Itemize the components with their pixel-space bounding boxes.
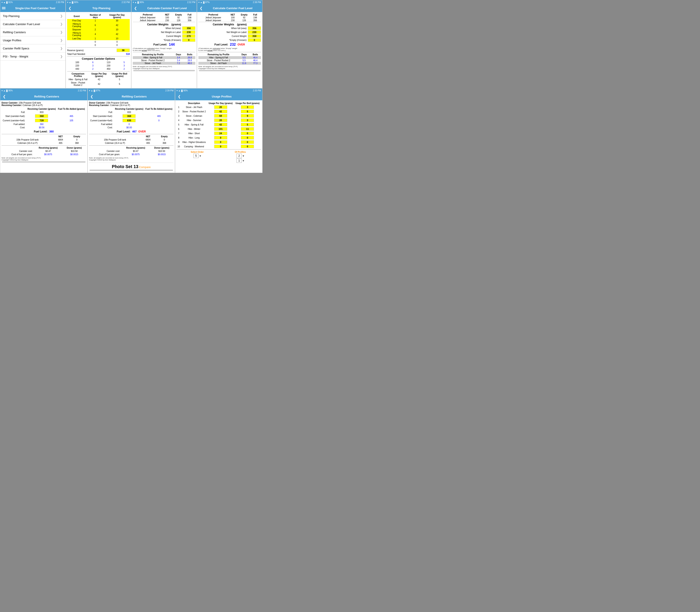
pref-col-net-4: NET (228, 13, 238, 16)
rem-row-4: Stove - Jet Flash 11.6 77.3 (198, 62, 261, 65)
scroll-bar-4[interactable] (199, 70, 260, 71)
up-boil-5[interactable] (241, 123, 254, 126)
event-name-5[interactable]: Last Day (67, 37, 86, 40)
event-name-1[interactable]: First Day (67, 19, 86, 22)
sidebar-item-usage[interactable]: Usage Profiles ❯ (0, 36, 65, 44)
back-btn-3[interactable]: ❮ (133, 6, 138, 10)
event-days-4[interactable]: 4 (86, 31, 104, 37)
event-usage-6[interactable]: 0 (104, 40, 130, 43)
up-boil-6[interactable] (241, 127, 254, 131)
spinner-1-down[interactable]: ▾ (200, 154, 201, 157)
sidebar-item-refill-specs[interactable]: Canister Refill Specs ❯ (0, 44, 65, 53)
back-btn-4[interactable]: ❮ (199, 6, 203, 10)
event-usage-2[interactable]: 42 (104, 22, 130, 28)
time-1: 2:30 PM (56, 1, 64, 3)
event-name-6[interactable] (67, 40, 86, 43)
up-boil-8[interactable] (241, 136, 254, 139)
panel-refilling-1: ▾ ▲ ▓ 90% 2:32 PM ❮ Refilling Canisters … (0, 88, 88, 173)
sidebar-item-psi[interactable]: PSI - Temp - Weight ❯ (0, 53, 65, 60)
back-btn-6[interactable]: ❮ (90, 94, 94, 99)
scroll-bar-3[interactable] (133, 70, 195, 71)
up-boil-1[interactable] (241, 105, 254, 109)
rf-start-fuel-5: 465 (57, 114, 86, 118)
cost-gram-label-6: Cost of fuel per gram: (89, 153, 121, 156)
spinner-2-down[interactable]: ▾ (243, 154, 244, 157)
reserve-input[interactable] (117, 48, 130, 52)
cw-current-input-4[interactable] (248, 34, 261, 38)
panel1-title: Single-Use Fuel Canister Tool (7, 6, 64, 10)
pref-full-2 (194, 19, 196, 22)
up-day-6[interactable] (214, 127, 227, 131)
rf-start-input-6[interactable] (122, 114, 136, 118)
up-boil-3[interactable] (241, 114, 254, 117)
cw-net-input-4[interactable] (248, 30, 261, 34)
up-boil-9[interactable] (241, 140, 254, 144)
back-btn-2[interactable]: ❮ (68, 6, 72, 10)
cost-gram-donor-5: $0.0015 (63, 153, 86, 156)
up-boil-4[interactable] (241, 119, 254, 122)
battery-icon-7: ▓ (181, 89, 183, 92)
cw-current-input-3[interactable] (182, 34, 196, 38)
up-day-9[interactable] (214, 140, 227, 144)
spinner-3-down[interactable]: ▾ (243, 159, 244, 163)
back-btn-5[interactable]: ❮ (2, 94, 6, 99)
cw-net-input-3[interactable] (182, 30, 196, 34)
up-day-3[interactable] (214, 114, 227, 117)
sidebar-item-trip-planning[interactable]: Trip Planning ❯ (0, 12, 65, 20)
rf-fuel-added-row-5: Fuel added: 360 (1, 123, 86, 126)
up-boil-10[interactable] (241, 145, 254, 148)
cw-empty-input-4[interactable] (248, 38, 261, 42)
rf-current-input-5[interactable] (35, 119, 48, 122)
up-day-2[interactable] (214, 110, 227, 113)
photo-set-label: Photo Set 13 (112, 164, 138, 169)
cost-col-receiving-5: Receiving (grams) (34, 146, 63, 150)
event-usage-5[interactable]: 10 (104, 37, 130, 40)
rf-start-input-5[interactable] (35, 114, 48, 118)
up-boil-2[interactable] (241, 110, 254, 113)
event-days-5[interactable]: 1 (86, 37, 104, 40)
back-btn-7[interactable]: ❮ (177, 94, 181, 99)
cw-empty-input-3[interactable] (182, 38, 196, 42)
sidebar-item-calc-canister[interactable]: Calculate Canister Fuel Level ❯ (0, 20, 65, 28)
event-name-7[interactable] (67, 43, 86, 47)
event-usage-7[interactable]: 0 (104, 43, 130, 47)
up-day-7[interactable] (214, 131, 227, 135)
panel3-title: Calculate Canister Fuel Level (139, 6, 195, 10)
event-name-4[interactable]: Hiking & Camping (67, 31, 86, 37)
pref-empty-4-1: 198 (251, 16, 259, 19)
event-name-3[interactable]: Stopover (67, 28, 86, 31)
pref-col-full-4: Full (251, 13, 259, 16)
rf-current-input-6[interactable] (122, 119, 136, 122)
up-day-4[interactable] (214, 119, 227, 122)
up-day-5[interactable] (214, 123, 227, 126)
event-days-1[interactable]: 1 (86, 19, 104, 22)
up-num-5: 5 (176, 122, 181, 127)
event-usage-3[interactable]: 10 (104, 28, 130, 31)
menu-icon[interactable] (2, 7, 5, 9)
opt-size-5: 440 (67, 67, 87, 71)
event-days-2[interactable]: 6 (86, 22, 104, 28)
up-boil-7[interactable] (241, 131, 254, 135)
event-name-2[interactable]: Hiking & Camping (67, 22, 86, 28)
signal-icon: ▲ (3, 1, 5, 3)
up-day-8[interactable] (214, 136, 227, 139)
rem-col-days-4: Days (239, 53, 250, 56)
event-days-6[interactable]: 0 (86, 40, 104, 43)
up-day-10[interactable] (214, 145, 227, 148)
cmp-usage-boil-2: 5 (109, 81, 130, 87)
of-profiles-area: Of Profiles 2 ▾ 1 ▾ (220, 151, 261, 163)
compare-label[interactable]: Compare (139, 165, 150, 169)
sidebar-item-refilling[interactable]: Refilling Canisters ❯ (0, 28, 65, 36)
cw-full-input-4[interactable] (248, 26, 261, 30)
rf-current-fuel-6: 0 (144, 118, 174, 123)
cw-full-input-3[interactable] (182, 26, 196, 30)
scroll-bar-5[interactable] (2, 161, 85, 163)
event-usage-4[interactable]: 42 (104, 31, 130, 37)
event-usage-1[interactable]: 30 (104, 19, 130, 22)
rem-boils-4-1: 46.4 (250, 56, 261, 59)
event-days-3[interactable]: 2 (86, 28, 104, 31)
status-bar-2: ▾ ▲ ▓ 90% 2:32 PM (66, 0, 131, 4)
up-day-1[interactable] (214, 105, 227, 109)
event-days-7[interactable]: 0 (86, 43, 104, 47)
scroll-bar-6[interactable] (90, 170, 173, 171)
